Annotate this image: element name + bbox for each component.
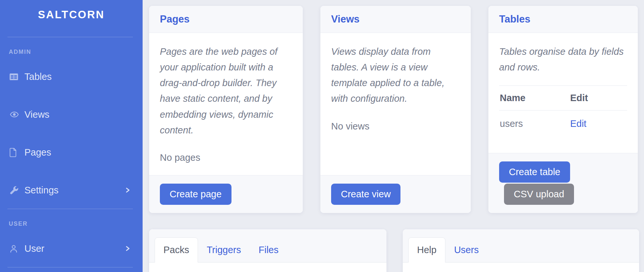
packs-panel-tabs: Packs Triggers Files — [149, 229, 386, 263]
views-card-title: Views — [331, 13, 359, 25]
entity-cards-row: Pages Pages are the web pages of your ap… — [149, 6, 639, 213]
sidebar-divider — [7, 209, 133, 209]
sidebar-section-admin-label: ADMIN — [0, 49, 143, 55]
column-header-edit: Edit — [569, 86, 627, 111]
views-card: Views Views display data from tables. A … — [320, 6, 471, 213]
sidebar-item-pages[interactable]: Pages — [0, 146, 143, 159]
views-card-header: Views — [320, 6, 471, 33]
bottom-panels-row: Packs Triggers Files Help Users — [149, 229, 639, 272]
tables-list: Name Edit users Edit — [499, 85, 627, 137]
brand-logo[interactable]: SALTCORN — [0, 8, 143, 21]
sidebar-section-user-label: USER — [0, 220, 143, 227]
column-header-name: Name — [499, 86, 569, 111]
views-card-footer: Create view — [320, 175, 471, 213]
csv-upload-button[interactable]: CSV upload — [504, 184, 574, 205]
user-icon — [9, 244, 24, 254]
wrench-icon — [9, 185, 24, 195]
tables-card: Tables Tables organise data by fields an… — [488, 6, 638, 213]
pages-card-footer: Create page — [149, 175, 303, 213]
tab-triggers[interactable]: Triggers — [198, 237, 250, 263]
sidebar-item-settings[interactable]: Settings — [0, 184, 143, 196]
tables-card-title: Tables — [499, 13, 530, 25]
file-icon — [9, 147, 24, 158]
create-table-button[interactable]: Create table — [499, 161, 570, 183]
help-panel: Help Users — [403, 229, 639, 272]
views-description: Views display data from tables. A view i… — [331, 44, 460, 107]
tables-description: Tables organise data by fields and rows. — [499, 44, 627, 75]
pages-card-header: Pages — [149, 6, 303, 33]
tab-users[interactable]: Users — [445, 237, 488, 263]
sidebar-item-label: Tables — [24, 71, 52, 82]
create-view-button[interactable]: Create view — [331, 184, 400, 205]
packs-panel-body — [149, 263, 386, 272]
eye-icon — [9, 110, 24, 119]
tables-list-header-row: Name Edit — [499, 86, 627, 111]
views-empty-text: No views — [331, 121, 460, 132]
sidebar-item-label: User — [24, 243, 44, 254]
views-card-body: Views display data from tables. A view i… — [320, 33, 471, 175]
sidebar-item-tables[interactable]: Tables — [0, 70, 143, 83]
pages-card: Pages Pages are the web pages of your ap… — [149, 6, 303, 213]
chevron-right-icon — [124, 244, 131, 253]
table-cell-edit: Edit — [569, 111, 627, 137]
table-icon — [9, 72, 24, 82]
table-cell-name: users — [499, 111, 569, 137]
sidebar-item-views[interactable]: Views — [0, 108, 143, 121]
sidebar-divider — [7, 37, 133, 37]
edit-table-link[interactable]: Edit — [570, 118, 586, 129]
create-page-button[interactable]: Create page — [160, 184, 231, 205]
help-panel-body — [403, 263, 639, 272]
tables-card-header: Tables — [488, 6, 638, 33]
pages-card-title: Pages — [160, 13, 189, 25]
pages-description: Pages are the web pages of your applicat… — [160, 44, 292, 138]
sidebar: SALTCORN ADMIN Tables Views — [0, 0, 143, 272]
help-panel-tabs: Help Users — [403, 229, 639, 263]
sidebar-item-label: Views — [24, 109, 49, 120]
tables-card-footer: Create table CSV upload — [488, 153, 638, 213]
main-content: Pages Pages are the web pages of your ap… — [143, 0, 644, 272]
sidebar-divider — [7, 267, 133, 267]
sidebar-item-label: Pages — [24, 147, 51, 158]
tab-packs[interactable]: Packs — [155, 237, 198, 263]
tab-help[interactable]: Help — [408, 237, 445, 263]
pages-empty-text: No pages — [160, 152, 292, 163]
pages-card-body: Pages are the web pages of your applicat… — [149, 33, 303, 175]
sidebar-item-label: Settings — [24, 185, 59, 196]
chevron-right-icon — [124, 186, 131, 194]
tables-card-body: Tables organise data by fields and rows.… — [488, 33, 638, 153]
packs-panel: Packs Triggers Files — [149, 229, 386, 272]
sidebar-item-user[interactable]: User — [0, 242, 143, 255]
table-row: users Edit — [499, 111, 627, 137]
app-root: SALTCORN ADMIN Tables Views — [0, 0, 644, 272]
tab-files[interactable]: Files — [250, 237, 287, 263]
